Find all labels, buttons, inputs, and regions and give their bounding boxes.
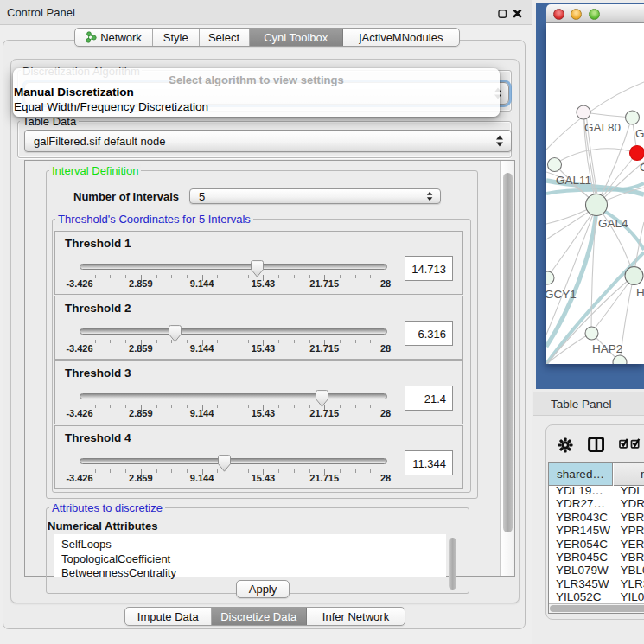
svg-text:GAL11: GAL11	[556, 174, 591, 187]
svg-text:GAL4: GAL4	[598, 217, 628, 230]
svg-text:GCY1: GCY1	[546, 288, 577, 301]
svg-text:HAP2: HAP2	[592, 342, 622, 355]
svg-text:GAL7: GAL7	[635, 127, 644, 140]
svg-text:GAL80: GAL80	[584, 121, 621, 134]
svg-text:HIS: HIS	[636, 286, 644, 299]
svg-text:CD: CD	[640, 161, 644, 174]
